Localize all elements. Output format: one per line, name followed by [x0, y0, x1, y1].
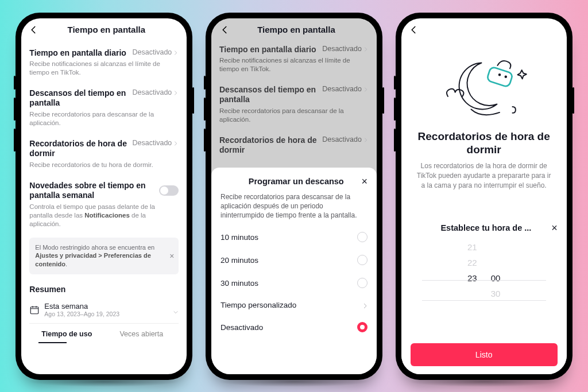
radio-icon — [357, 255, 368, 265]
hour-column[interactable]: 21 22 23 — [467, 242, 477, 336]
radio-icon — [357, 278, 368, 288]
weekly-toggle[interactable] — [159, 185, 179, 196]
phone-frame-2: Tiempo en pantalla Tiempo en pantalla di… — [206, 13, 382, 380]
week-selector[interactable]: Esta semana Ago 13, 2023–Ago 19, 2023 — [29, 300, 179, 323]
radio-selected-icon — [357, 322, 368, 332]
moon-phone-illustration — [414, 46, 554, 126]
option-20-min[interactable]: 20 minutos — [220, 249, 368, 271]
tab-open-count[interactable]: Veces abierta — [104, 324, 179, 343]
option-custom-time[interactable]: Tiempo personalizado — [220, 294, 368, 316]
chevron-down-icon — [173, 307, 179, 313]
sleep-description: Los recordatorios de la hora de dormir d… — [414, 161, 554, 190]
summary-tabs: Tiempo de uso Veces abierta — [29, 323, 179, 343]
option-10-min[interactable]: 10 minutos — [220, 226, 368, 249]
svg-point-2 — [498, 73, 500, 75]
phone-frame-3: Recordatorios de hora de dormir Los reco… — [396, 13, 572, 380]
option-disabled[interactable]: Desactivado — [220, 316, 368, 339]
screen-2: Tiempo en pantalla Tiempo en pantalla di… — [211, 18, 377, 374]
break-schedule-sheet: Programar un descanso × Recibe recordato… — [211, 168, 377, 374]
row-weekly-updates: Novedades sobre el tiempo en pantalla se… — [29, 175, 179, 234]
time-picker[interactable]: 21 22 23 00 30 — [411, 239, 558, 339]
done-button[interactable]: Listo — [411, 343, 558, 366]
svg-point-3 — [505, 76, 506, 77]
summary-heading: Resumen — [29, 285, 179, 294]
sleep-title: Recordatorios de hora de dormir — [414, 130, 554, 157]
row-title: Tiempo en pantalla diario — [29, 48, 127, 59]
row-status: Desactivado — [133, 48, 179, 56]
chevron-right-icon — [173, 140, 179, 146]
row-desc: Recibe notificaciones si alcanzas el lím… — [29, 60, 179, 77]
chevron-right-icon — [173, 49, 179, 55]
svg-rect-0 — [31, 306, 39, 313]
screen-3: Recordatorios de hora de dormir Los reco… — [401, 18, 567, 374]
settings-list: Tiempo en pantalla diario Desactivado Re… — [21, 39, 187, 374]
arrow-left-icon — [409, 25, 419, 35]
topbar: Tiempo en pantalla — [21, 18, 187, 39]
screen-1: Tiempo en pantalla Tiempo en pantalla di… — [21, 18, 187, 374]
phone-frame-1: Tiempo en pantalla Tiempo en pantalla di… — [16, 13, 192, 380]
dimmed-background: Tiempo en pantalla Tiempo en pantalla di… — [211, 18, 377, 161]
sheet-title: Establece tu hora de ... — [421, 223, 551, 232]
close-icon[interactable]: × — [169, 250, 174, 261]
row-sleep-reminders[interactable]: Recordatorios de hora de dormir Desactiv… — [29, 133, 179, 175]
page-title: Tiempo en pantalla — [33, 25, 180, 34]
minute-column[interactable]: 00 30 — [491, 242, 501, 336]
close-icon[interactable]: × — [361, 176, 368, 188]
tab-usage-time[interactable]: Tiempo de uso — [29, 324, 104, 343]
back-button[interactable] — [408, 24, 420, 36]
radio-icon — [357, 232, 368, 242]
sheet-title: Programar un descanso — [231, 177, 361, 186]
row-screen-breaks[interactable]: Descansos del tiempo en pantalla Desacti… — [29, 83, 179, 133]
row-daily-screentime[interactable]: Tiempo en pantalla diario Desactivado Re… — [29, 42, 179, 83]
chevron-right-icon — [362, 302, 368, 308]
sheet-description: Recibe recordatorios para descansar de l… — [220, 192, 368, 220]
close-icon[interactable]: × — [551, 222, 558, 234]
svg-rect-1 — [486, 66, 513, 87]
restricted-mode-notice: El Modo restringido ahora se encuentra e… — [29, 238, 179, 275]
calendar-icon — [29, 305, 40, 315]
option-30-min[interactable]: 30 minutos — [220, 271, 368, 294]
chevron-right-icon — [173, 90, 179, 95]
set-bedtime-sheet: Establece tu hora de ... × 21 22 23 00 3… — [401, 214, 567, 374]
